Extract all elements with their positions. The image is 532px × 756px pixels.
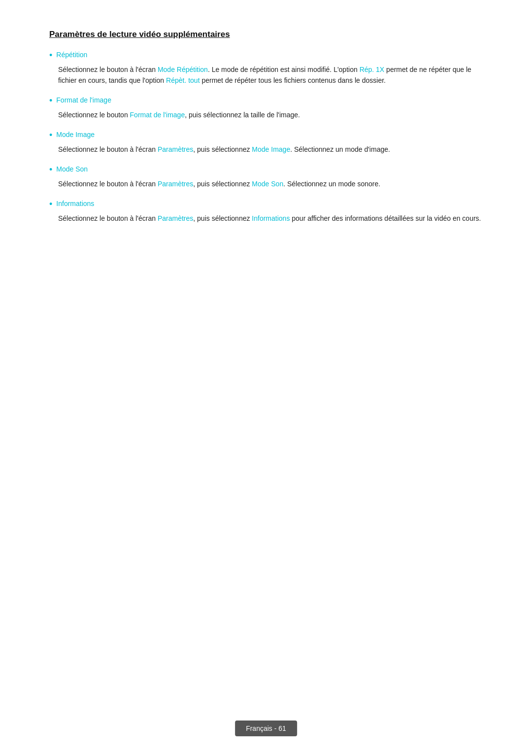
inline-link: Paramètres [158,145,193,153]
inline-link: Paramètres [158,180,193,188]
section-list: •RépétitionSélectionnez le bouton à l'éc… [49,50,483,224]
section-label: Informations [56,199,94,209]
inline-link: Mode Son [252,180,283,188]
section-body: Sélectionnez le bouton à l'écran Paramèt… [49,178,483,189]
list-item: •RépétitionSélectionnez le bouton à l'éc… [49,50,483,86]
page-title: Paramètres de lecture vidéo supplémentai… [49,30,483,39]
list-item: •Mode ImageSélectionnez le bouton à l'éc… [49,130,483,155]
bullet-icon: • [49,96,52,106]
inline-link: Mode Répétition [158,66,208,73]
section-label: Mode Son [56,165,88,174]
section-label: Format de l'image [56,96,111,105]
section-body: Sélectionnez le bouton à l'écran Paramèt… [49,213,483,224]
section-body: Sélectionnez le bouton Format de l'image… [49,109,483,120]
section-label: Répétition [56,50,87,60]
section-body: Sélectionnez le bouton à l'écran Mode Ré… [49,64,483,86]
section-body: Sélectionnez le bouton à l'écran Paramèt… [49,144,483,155]
inline-link: Rép. 1X [360,66,385,73]
bullet-icon: • [49,199,52,210]
inline-link: Répèt. tout [166,76,200,84]
inline-link: Mode Image [252,145,290,153]
bullet-icon: • [49,50,52,61]
list-item: •Mode SonSélectionnez le bouton à l'écra… [49,165,483,189]
list-item: •Format de l'imageSélectionnez le bouton… [49,96,483,120]
footer-label: Français - 61 [235,721,297,736]
list-item: •InformationsSélectionnez le bouton à l'… [49,199,483,224]
inline-link: Format de l'image [130,111,185,119]
bullet-icon: • [49,165,52,175]
bullet-icon: • [49,130,52,141]
section-label: Mode Image [56,130,95,140]
inline-link: Informations [252,214,290,222]
inline-link: Paramètres [158,214,193,222]
page-container: Paramètres de lecture vidéo supplémentai… [0,0,532,273]
